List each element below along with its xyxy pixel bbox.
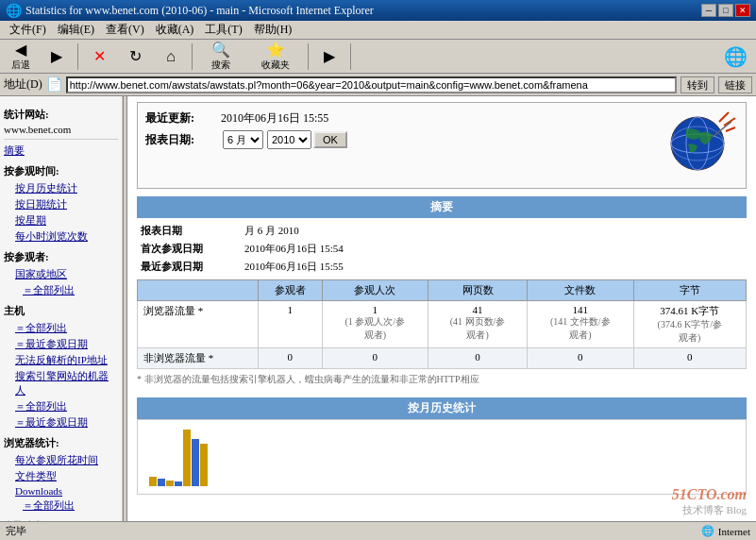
nonbrowser-bytes: 0 [633, 348, 746, 369]
sidebar-recent-visit[interactable]: ＝最近参观日期 [4, 336, 118, 352]
sidebar-visit-time[interactable]: 每次参观所花时间 [4, 452, 118, 468]
sidebar-summary[interactable]: 摘要 [4, 143, 118, 159]
back-label: 后退 [11, 59, 30, 72]
toolbar: ◀ 后退 ▶ ✕ ↻ ⌂ 🔍 搜索 ⭐ 收藏夹 ▶ 🌐 [0, 40, 756, 74]
menu-view[interactable]: 查看(V) [100, 21, 150, 39]
search-button[interactable]: 🔍 搜索 [196, 42, 245, 72]
refresh-button[interactable]: ↻ [118, 42, 152, 72]
menu-edit[interactable]: 编辑(E) [52, 21, 100, 39]
toolbar-separator-4 [350, 43, 351, 70]
browser-bytes: 374.61 K字节 (374.6 K字节/参观者) [633, 301, 746, 348]
bar-1 [149, 477, 157, 486]
watermark-line2: 技术博客 Blog [672, 503, 747, 517]
globe-svg [658, 110, 738, 177]
report-date-info-label: 报表日期 [137, 222, 241, 240]
minimize-button[interactable]: ─ [701, 4, 716, 17]
window-title: Statistics for www.benet.com (2010-06) -… [25, 4, 374, 18]
globe-area [658, 110, 738, 180]
forward-icon: ▶ [51, 47, 62, 65]
last-update-value: 2010年06月16日 15:55 [221, 110, 328, 127]
sidebar-list-all-3[interactable]: ＝全部列出 [4, 398, 118, 414]
browser-files-sub: (141 文件数/参观者) [550, 316, 611, 340]
media-icon: ▶ [324, 47, 335, 65]
home-button[interactable]: ⌂ [154, 42, 188, 72]
favorites-label: 收藏夹 [261, 59, 290, 72]
chart-section: 按月历史统计 [137, 397, 747, 495]
sidebar-country[interactable]: 国家或地区 [4, 266, 118, 282]
address-input[interactable] [66, 76, 677, 93]
nonbrowser-visitors: 0 [259, 348, 323, 369]
sidebar-file-type[interactable]: 文件类型 [4, 468, 118, 484]
svg-line-4 [719, 112, 729, 122]
host-label: 主机 [4, 304, 118, 318]
browser-row-label: 浏览器流量 * [138, 301, 259, 348]
last-visit-info-value: 2010年06月16日 15:55 [241, 258, 747, 276]
star-icon: ⭐ [266, 41, 285, 59]
status-text: 完毕 [6, 524, 701, 538]
sidebar-list-all-1[interactable]: ＝全部列出 [4, 282, 118, 298]
sidebar-by-history[interactable]: 按月历史统计 [4, 180, 118, 196]
browser-traffic-row: 浏览器流量 * 1 1 (1 参观人次/参观者) 41 (41 网页数/参观者)… [138, 301, 747, 348]
svg-point-0 [671, 117, 724, 170]
summary-header: 摘要 [137, 196, 747, 218]
sidebar-by-hour[interactable]: 每小时浏览次数 [4, 228, 118, 245]
sidebar: 统计网站: www.benet.com 摘要 按参观时间: 按月历史统计 按日期… [0, 96, 123, 521]
main-area: 统计网站: www.benet.com 摘要 按参观时间: 按月历史统计 按日期… [0, 96, 756, 521]
sidebar-by-day[interactable]: 按日期统计 [4, 196, 118, 212]
favorites-button[interactable]: ⭐ 收藏夹 [247, 42, 304, 72]
sidebar-downloads[interactable]: Downloads [4, 484, 118, 498]
sidebar-robot[interactable]: 搜索引擎网站的机器人 [4, 368, 118, 398]
last-visit-info-label: 最近参观日期 [137, 258, 241, 276]
col-header-visits: 参观人次 [322, 280, 428, 301]
title-bar: 🌐 Statistics for www.benet.com (2010-06)… [0, 0, 756, 21]
stop-button[interactable]: ✕ [82, 42, 116, 72]
watermark: 51CTO.com 技术博客 Blog [672, 486, 747, 517]
maximize-button[interactable]: □ [718, 4, 733, 17]
go-button[interactable]: 转到 [680, 76, 714, 93]
sidebar-unresolved[interactable]: 无法反解析的IP地址 [4, 352, 118, 368]
search-icon: 🔍 [211, 41, 230, 59]
address-label: 地址(D) [4, 76, 42, 93]
stop-icon: ✕ [93, 47, 106, 65]
browser-files: 141 (141 文件数/参观者) [528, 301, 633, 348]
month-select[interactable]: 6 月 [223, 130, 263, 149]
report-date-row: 报表日期: 6 月 2010 OK [145, 130, 347, 149]
by-visitor-label: 按参观者: [4, 250, 118, 264]
browser-visits-sub: (1 参观人次/参观者) [344, 316, 405, 340]
menu-tools[interactable]: 工具(T) [199, 21, 247, 39]
menu-favorites[interactable]: 收藏(A) [150, 21, 200, 39]
sidebar-by-weekday[interactable]: 按星期 [4, 212, 118, 228]
last-update-row: 最近更新: 2010年06月16日 15:55 [145, 110, 347, 127]
divider-1 [4, 139, 118, 140]
bar-chart [142, 424, 215, 490]
search-label: 搜索 [211, 59, 230, 72]
bar-6 [192, 439, 199, 486]
watermark-line1: 51CTO.com [672, 486, 747, 503]
year-select[interactable]: 2010 [267, 130, 311, 149]
by-ref-time-label: 按参观时间: [4, 164, 118, 178]
sidebar-list-all-4[interactable]: ＝全部列出 [4, 498, 118, 514]
bar-7 [200, 444, 208, 486]
ok-button[interactable]: OK [313, 131, 347, 148]
toolbar-separator-2 [192, 43, 193, 70]
menu-file[interactable]: 文件(F) [4, 21, 52, 39]
bar-3 [166, 481, 174, 486]
title-bar-left: 🌐 Statistics for www.benet.com (2010-06)… [6, 3, 374, 19]
forward-button[interactable]: ▶ [40, 42, 74, 72]
sidebar-recent-visit2[interactable]: ＝最近参观日期 [4, 414, 118, 430]
close-button[interactable]: ✕ [735, 4, 750, 17]
col-header-visitors: 参观者 [259, 280, 323, 301]
stats-table-header-row: 参观者 参观人次 网页数 文件数 字节 [138, 280, 747, 301]
menu-help[interactable]: 帮助(H) [248, 21, 298, 39]
links-button[interactable]: 链接 [718, 76, 752, 93]
browser-pages-sub: (41 网页数/参观者) [450, 316, 506, 340]
media-button[interactable]: ▶ [312, 42, 346, 72]
home-icon: ⌂ [166, 48, 176, 65]
sidebar-list-all-2[interactable]: ＝全部列出 [4, 320, 118, 336]
report-date-label: 报表日期: [145, 132, 221, 148]
first-visit-info-label: 首次参观日期 [137, 240, 241, 258]
svg-line-5 [724, 118, 735, 126]
back-button[interactable]: ◀ 后退 [4, 42, 38, 72]
col-header-0 [138, 280, 259, 301]
browser-bytes-sub: (374.6 K字节/参观者) [658, 319, 722, 343]
